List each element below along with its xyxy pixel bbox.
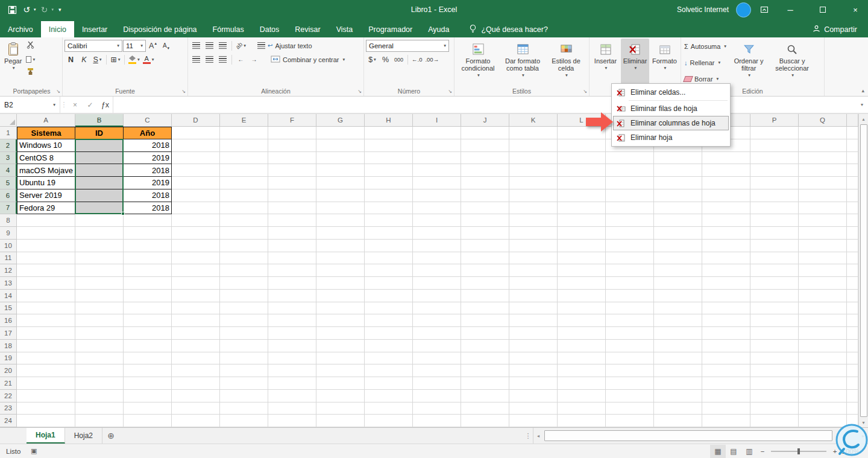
cell-K22[interactable] bbox=[509, 390, 558, 402]
cell-J11[interactable] bbox=[461, 252, 509, 265]
align-left-button[interactable] bbox=[190, 54, 203, 66]
cell-P11[interactable] bbox=[750, 252, 799, 265]
cell-G17[interactable] bbox=[316, 327, 365, 340]
cell-R13[interactable] bbox=[847, 277, 858, 290]
cell-D24[interactable] bbox=[172, 415, 220, 427]
cell-K17[interactable] bbox=[509, 327, 558, 340]
cell-G18[interactable] bbox=[316, 340, 365, 352]
cell-C19[interactable] bbox=[124, 352, 172, 365]
cell-H16[interactable] bbox=[365, 314, 413, 327]
cell-L4[interactable] bbox=[558, 164, 606, 177]
cell-E21[interactable] bbox=[220, 377, 268, 390]
cell-O21[interactable] bbox=[702, 377, 750, 390]
cell-C3[interactable]: 2019 bbox=[124, 152, 172, 165]
cell-A7[interactable]: Fedora 29 bbox=[17, 202, 75, 215]
cell-B17[interactable] bbox=[75, 327, 124, 340]
zoom-slider-thumb[interactable] bbox=[797, 448, 800, 454]
decrease-font-button[interactable]: A▾ bbox=[160, 40, 172, 52]
cell-J19[interactable] bbox=[461, 352, 509, 365]
cell-O3[interactable] bbox=[702, 152, 750, 165]
cell-C4[interactable]: 2018 bbox=[124, 164, 172, 177]
cell-L16[interactable] bbox=[558, 314, 606, 327]
cell-N13[interactable] bbox=[654, 277, 702, 290]
cell-D16[interactable] bbox=[172, 314, 220, 327]
row-header-7[interactable]: 7 bbox=[0, 202, 17, 215]
column-header-R[interactable]: R bbox=[847, 114, 858, 127]
cell-D11[interactable] bbox=[172, 252, 220, 265]
cell-N3[interactable] bbox=[654, 152, 702, 165]
cell-E18[interactable] bbox=[220, 340, 268, 352]
maximize-button[interactable] bbox=[810, 0, 835, 19]
cell-A1[interactable]: Sistema bbox=[17, 127, 75, 139]
select-all-button[interactable] bbox=[0, 114, 17, 127]
row-header-24[interactable]: 24 bbox=[0, 415, 17, 427]
cell-K6[interactable] bbox=[509, 189, 558, 202]
cell-R10[interactable] bbox=[847, 240, 858, 252]
decrease-decimal-button[interactable]: .00→ bbox=[424, 54, 440, 66]
cell-O13[interactable] bbox=[702, 277, 750, 290]
cell-Q10[interactable] bbox=[799, 240, 847, 252]
cell-Q11[interactable] bbox=[799, 252, 847, 265]
formula-bar-expand-icon[interactable]: ▾ bbox=[856, 97, 868, 113]
view-page-break-icon[interactable]: ▥ bbox=[741, 445, 757, 458]
cell-A9[interactable] bbox=[17, 227, 75, 240]
cell-E10[interactable] bbox=[220, 240, 268, 252]
cell-F24[interactable] bbox=[268, 415, 316, 427]
align-middle-button[interactable] bbox=[203, 40, 216, 52]
cell-L6[interactable] bbox=[558, 189, 606, 202]
cell-M8[interactable] bbox=[606, 214, 654, 227]
cell-R4[interactable] bbox=[847, 164, 858, 177]
align-right-button[interactable] bbox=[216, 54, 229, 66]
tab-insertar[interactable]: Insertar bbox=[74, 21, 115, 37]
cell-J3[interactable] bbox=[461, 152, 509, 165]
cell-Q17[interactable] bbox=[799, 327, 847, 340]
cell-R8[interactable] bbox=[847, 214, 858, 227]
cell-P24[interactable] bbox=[750, 415, 799, 427]
column-header-P[interactable]: P bbox=[750, 114, 799, 127]
cell-O23[interactable] bbox=[702, 402, 750, 415]
cell-L20[interactable] bbox=[558, 364, 606, 377]
cell-A8[interactable] bbox=[17, 214, 75, 227]
cell-B3[interactable] bbox=[75, 152, 124, 165]
cell-R3[interactable] bbox=[847, 152, 858, 165]
conditional-formatting-button[interactable]: Formato condicional ▾ bbox=[456, 39, 500, 86]
row-header-5[interactable]: 5 bbox=[0, 177, 17, 189]
cell-L21[interactable] bbox=[558, 377, 606, 390]
cell-I22[interactable] bbox=[413, 390, 461, 402]
cell-K2[interactable] bbox=[509, 139, 558, 152]
cell-K11[interactable] bbox=[509, 252, 558, 265]
cell-R14[interactable] bbox=[847, 290, 858, 302]
scroll-left-icon[interactable]: ◂ bbox=[533, 428, 543, 444]
cell-J7[interactable] bbox=[461, 202, 509, 215]
cell-N10[interactable] bbox=[654, 240, 702, 252]
cell-I5[interactable] bbox=[413, 177, 461, 189]
cell-M18[interactable] bbox=[606, 340, 654, 352]
cell-F22[interactable] bbox=[268, 390, 316, 402]
cell-G24[interactable] bbox=[316, 415, 365, 427]
tab-archivo[interactable]: Archivo bbox=[0, 21, 41, 37]
cell-N11[interactable] bbox=[654, 252, 702, 265]
column-header-D[interactable]: D bbox=[172, 114, 220, 127]
cell-L13[interactable] bbox=[558, 277, 606, 290]
cell-A12[interactable] bbox=[17, 264, 75, 277]
bold-button[interactable]: N bbox=[64, 54, 77, 66]
cell-J23[interactable] bbox=[461, 402, 509, 415]
cell-J13[interactable] bbox=[461, 277, 509, 290]
cell-L18[interactable] bbox=[558, 340, 606, 352]
horizontal-scrollbar[interactable]: ◂ ▸ bbox=[533, 428, 868, 444]
cell-R11[interactable] bbox=[847, 252, 858, 265]
cell-K16[interactable] bbox=[509, 314, 558, 327]
cell-L17[interactable] bbox=[558, 327, 606, 340]
cell-C17[interactable] bbox=[124, 327, 172, 340]
find-select-button[interactable]: Buscar y seleccionar ▾ bbox=[770, 39, 814, 86]
row-header-21[interactable]: 21 bbox=[0, 377, 17, 390]
menu-item-eliminar-columnas[interactable]: Eliminar columnas de hoja bbox=[613, 116, 729, 130]
vertical-scrollbar[interactable]: ▴ ▾ bbox=[858, 114, 868, 427]
name-box[interactable]: B2 ▾ bbox=[0, 97, 60, 113]
cell-J5[interactable] bbox=[461, 177, 509, 189]
cell-E1[interactable] bbox=[220, 127, 268, 139]
cell-O12[interactable] bbox=[702, 264, 750, 277]
cell-A22[interactable] bbox=[17, 390, 75, 402]
cell-J21[interactable] bbox=[461, 377, 509, 390]
cell-K1[interactable] bbox=[509, 127, 558, 139]
